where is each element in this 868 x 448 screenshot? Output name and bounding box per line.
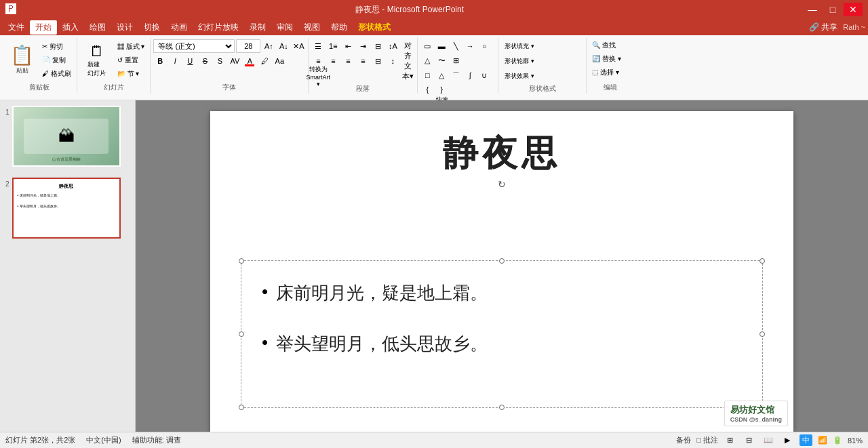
handle-bl[interactable] xyxy=(239,405,244,410)
battery-icon: 🔋 xyxy=(833,436,842,445)
shape3[interactable]: △ xyxy=(435,68,448,82)
handle-tl[interactable] xyxy=(239,258,244,264)
bullets-button[interactable]: ☰ xyxy=(311,39,325,53)
maximize-button[interactable]: □ xyxy=(823,3,842,16)
shape4[interactable]: ⌒ xyxy=(449,68,462,82)
font-size-input[interactable] xyxy=(236,39,260,53)
ribbon: 📋 粘贴 ✂ 剪切 📄 复制 🖌 格式刷 剪贴板 🗒 新建幻灯片 xyxy=(0,35,868,100)
triangle-shape[interactable]: △ xyxy=(420,54,434,67)
replace-button[interactable]: 🔄 替换 ▾ xyxy=(589,53,631,65)
slide-title-text: 静夜思 xyxy=(210,130,793,178)
status-bar: 幻灯片 第2张，共2张 中文(中国) 辅助功能: 调查 备份 □ 批注 ⊞ ⊟ … xyxy=(0,432,868,448)
font-increase-button[interactable]: A↑ xyxy=(262,39,275,53)
menu-animations[interactable]: 动画 xyxy=(165,20,193,35)
new-slide-button[interactable]: 🗒 新建幻灯片 xyxy=(80,40,114,81)
rect-shape[interactable]: ▭ xyxy=(420,39,434,53)
network-icon: 📶 xyxy=(818,436,827,445)
shape-effect-button[interactable]: 形状效果 ▾ xyxy=(501,69,538,83)
slides-buttons: 🗒 新建幻灯片 ▦ 版式 ▾ ↺ 重置 📂 节 ▾ xyxy=(80,39,148,81)
slide-2-number: 2 xyxy=(5,180,9,188)
content-textbox[interactable]: • 床前明月光，疑是地上霜。 • 举头望明月，低头思故乡。 xyxy=(241,260,763,408)
column-button[interactable]: ⊟ xyxy=(371,39,384,53)
handle-bc[interactable] xyxy=(499,405,505,410)
align-right-button[interactable]: ≡ xyxy=(341,54,355,68)
handle-mr[interactable] xyxy=(760,331,765,337)
handle-tc[interactable] xyxy=(499,258,505,264)
shape5[interactable]: ∫ xyxy=(463,68,477,82)
ime-indicator[interactable]: 中 xyxy=(800,434,812,446)
numbering-button[interactable]: 1≡ xyxy=(326,39,340,53)
menu-file[interactable]: 文件 xyxy=(3,20,30,35)
rotate-handle-icon[interactable]: ↻ xyxy=(498,179,506,190)
menu-design[interactable]: 设计 xyxy=(111,20,138,35)
shape7[interactable]: { xyxy=(420,83,434,96)
clear-format-button[interactable]: ✕A xyxy=(292,39,305,53)
convert-smartart-button[interactable]: 转换为 SmartArt ▾ xyxy=(311,69,325,83)
slide-1-thumbnail[interactable]: 🏔 山古道远景幽峡 xyxy=(12,106,121,167)
minimize-button[interactable]: — xyxy=(803,3,822,16)
line-shape[interactable]: ╲ xyxy=(449,39,462,53)
menu-shape-format[interactable]: 形状格式 xyxy=(353,20,396,35)
text-direction-button[interactable]: ↕A xyxy=(386,39,399,53)
slide-2-container: 2 静夜思 • 床前明月光，疑是地上霜。 • 举头望明月，低头思故乡。 xyxy=(5,178,130,244)
font-family-select[interactable]: 等线 (正文) xyxy=(153,39,235,53)
rect2-shape[interactable]: ▬ xyxy=(435,39,448,53)
menu-view[interactable]: 视图 xyxy=(298,20,326,35)
bold-button[interactable]: B xyxy=(153,54,167,68)
curve-shape[interactable]: 〜 xyxy=(435,54,448,67)
shape2[interactable]: □ xyxy=(420,68,434,82)
select-button[interactable]: ⬚ 选择 ▾ xyxy=(589,66,631,79)
menu-record[interactable]: 录制 xyxy=(244,20,271,35)
decrease-indent-button[interactable]: ⇤ xyxy=(341,39,355,53)
menu-home[interactable]: 开始 xyxy=(30,20,57,35)
shape-fill-button[interactable]: 形状填充 ▾ xyxy=(501,39,538,53)
highlight-button[interactable]: 🖊 xyxy=(258,54,271,68)
cut-button[interactable]: ✂ 剪切 xyxy=(39,41,74,53)
comment-button[interactable]: □ 批注 xyxy=(696,435,718,445)
underline-button[interactable]: U xyxy=(183,54,197,68)
menu-draw[interactable]: 绘图 xyxy=(84,20,111,35)
more-shapes[interactable]: ⊞ xyxy=(449,54,462,67)
justify-button[interactable]: ≡ xyxy=(356,54,370,68)
share-button[interactable]: 🔗 共享 xyxy=(809,22,837,33)
font-decrease-button[interactable]: A↓ xyxy=(277,39,290,53)
reset-button[interactable]: ↺ 重置 xyxy=(115,54,148,66)
edit-label: 编辑 xyxy=(589,81,631,92)
bullet-item-2: • 举头望明月，低头思故乡。 xyxy=(262,332,742,356)
increase-indent-button[interactable]: ⇥ xyxy=(356,39,370,53)
line-spacing-button[interactable]: ↕ xyxy=(386,54,399,68)
normal-view-button[interactable]: ⊞ xyxy=(724,434,737,447)
shape6[interactable]: ∪ xyxy=(477,68,491,82)
align-text-button[interactable]: 对齐文本▾ xyxy=(401,54,414,68)
close-button[interactable]: ✕ xyxy=(844,3,863,16)
menu-review[interactable]: 审阅 xyxy=(271,20,298,35)
find-button[interactable]: 🔍 查找 xyxy=(589,39,631,52)
arrow-shape[interactable]: → xyxy=(463,39,477,53)
strikethrough-button[interactable]: S xyxy=(198,54,212,68)
font-color-button[interactable]: A xyxy=(243,54,256,68)
mountain-icon: 🏔 xyxy=(58,127,75,146)
shadow-button[interactable]: S xyxy=(213,54,226,68)
shape-outline-button[interactable]: 形状轮廓 ▾ xyxy=(501,54,538,68)
reading-view-button[interactable]: 📖 xyxy=(762,434,775,447)
menu-help[interactable]: 帮助 xyxy=(326,20,353,35)
slideshow-button[interactable]: ▶ xyxy=(781,434,794,447)
shape8[interactable]: } xyxy=(435,83,448,96)
slide-canvas[interactable]: 静夜思 ↻ xyxy=(210,111,793,432)
italic-button[interactable]: I xyxy=(168,54,182,68)
menu-slideshow[interactable]: 幻灯片放映 xyxy=(193,20,244,35)
copy-button[interactable]: 📄 复制 xyxy=(39,54,74,66)
align-full-button[interactable]: ⊟ xyxy=(371,54,384,68)
menu-transitions[interactable]: 切换 xyxy=(138,20,165,35)
handle-tr[interactable] xyxy=(760,258,765,264)
slide-sorter-button[interactable]: ⊟ xyxy=(743,434,756,447)
layout-button[interactable]: ▦ 版式 ▾ xyxy=(115,41,148,53)
slide-2-thumbnail[interactable]: 静夜思 • 床前明月光，疑是地上霜。 • 举头望明月，低头思故乡。 xyxy=(12,178,121,239)
circle-shape[interactable]: ○ xyxy=(477,39,491,53)
char-spacing-button[interactable]: AV xyxy=(228,54,241,68)
font-aa-button[interactable]: Aa xyxy=(273,54,286,68)
section-button[interactable]: 📂 节 ▾ xyxy=(115,68,148,80)
menu-insert[interactable]: 插入 xyxy=(57,20,84,35)
format-painter-button[interactable]: 🖌 格式刷 xyxy=(39,68,74,80)
paste-button[interactable]: 📋 粘贴 xyxy=(5,40,39,81)
